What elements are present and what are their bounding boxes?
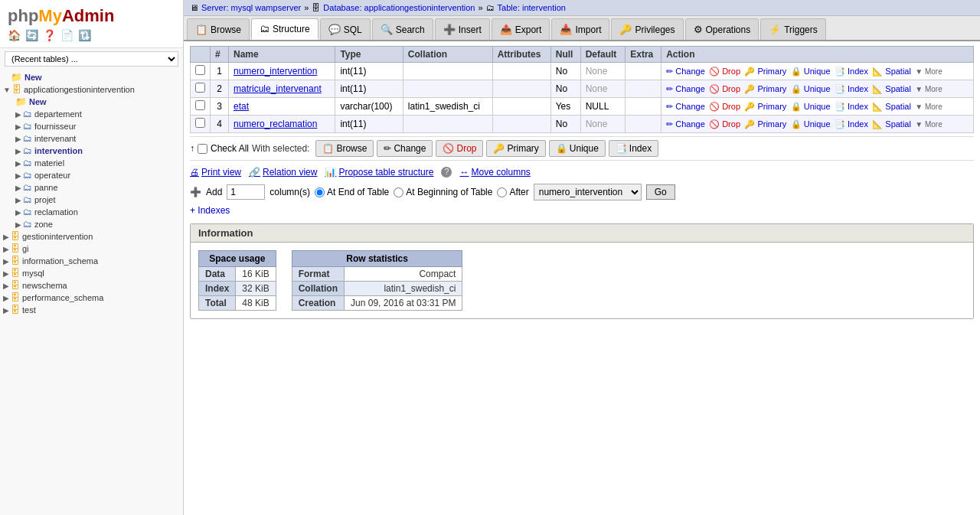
sidebar-db-new[interactable]: 📁 New bbox=[0, 96, 183, 108]
primary-btn-2[interactable]: 🔑 Primary bbox=[744, 102, 786, 112]
spatial-btn-2[interactable]: 📐 Spatial bbox=[872, 102, 911, 112]
sidebar-db-perf[interactable]: ▶ 🗄 performance_schema bbox=[0, 292, 183, 304]
row-checkbox-3[interactable] bbox=[195, 118, 205, 128]
refresh-icon[interactable]: 🔄 bbox=[25, 29, 38, 41]
privileges-icon: 🔑 bbox=[619, 24, 632, 35]
check-all-checkbox[interactable] bbox=[198, 144, 207, 154]
action-primary-btn[interactable]: 🔑 Primary bbox=[486, 140, 545, 157]
tab-sql[interactable]: 💬 SQL bbox=[320, 18, 371, 40]
recent-tables-select[interactable]: (Recent tables) ... bbox=[5, 51, 178, 67]
propose-help-icon[interactable]: ? bbox=[441, 167, 452, 178]
sidebar-tbl-departement[interactable]: ▶ 🗂 departement bbox=[15, 108, 183, 120]
help-icon[interactable]: ❓ bbox=[43, 29, 56, 41]
row-extra-2 bbox=[626, 98, 662, 116]
tab-structure[interactable]: 🗂 Structure bbox=[251, 18, 318, 40]
spatial-btn-0[interactable]: 📐 Spatial bbox=[872, 67, 911, 77]
sidebar-db-mysql[interactable]: ▶ 🗄 mysql bbox=[0, 267, 183, 279]
action-unique-btn[interactable]: 🔒 Unique bbox=[549, 140, 606, 157]
after-col-select[interactable]: numero_intervention matricule_intervenan… bbox=[534, 184, 642, 200]
sidebar-db-app[interactable]: ▼ 🗄 applicationgestionintervention bbox=[0, 83, 183, 96]
change-btn-2[interactable]: ✏ Change bbox=[666, 102, 705, 112]
col-name-link-2[interactable]: etat bbox=[234, 101, 249, 112]
radio-at-beginning[interactable] bbox=[394, 187, 403, 197]
sidebar-db-newschema[interactable]: ▶ 🗄 newschema bbox=[0, 279, 183, 292]
row-checkbox-0[interactable] bbox=[195, 65, 205, 75]
more-arrow-1[interactable]: ▼ More bbox=[915, 85, 942, 93]
sidebar-tbl-reclamation[interactable]: ▶ 🗂 reclamation bbox=[15, 206, 183, 218]
sidebar-tbl-operateur[interactable]: ▶ 🗂 operateur bbox=[15, 169, 183, 181]
spatial-btn-3[interactable]: 📐 Spatial bbox=[872, 119, 911, 129]
sidebar-db-gestion[interactable]: ▶ 🗄 gestionintervention bbox=[0, 230, 183, 243]
change-btn-3[interactable]: ✏ Change bbox=[666, 119, 705, 129]
sidebar-tbl-projet[interactable]: ▶ 🗂 projet bbox=[15, 194, 183, 206]
action-index-btn[interactable]: 📑 Index bbox=[609, 140, 658, 157]
drop-btn-3[interactable]: 🚫 Drop bbox=[709, 119, 740, 129]
primary-btn-3[interactable]: 🔑 Primary bbox=[744, 119, 786, 129]
index-btn-0[interactable]: 📑 Index bbox=[835, 67, 868, 77]
config-icon[interactable]: 📄 bbox=[60, 29, 74, 41]
unique-btn-3[interactable]: 🔒 Unique bbox=[791, 119, 831, 129]
drop-btn-1[interactable]: 🚫 Drop bbox=[709, 84, 740, 94]
primary-btn-1[interactable]: 🔑 Primary bbox=[744, 84, 786, 94]
row-checkbox-1[interactable] bbox=[195, 83, 205, 93]
tab-operations[interactable]: ⚙ Operations bbox=[685, 18, 760, 40]
drop-btn-2[interactable]: 🚫 Drop bbox=[709, 102, 740, 112]
col-name-link-3[interactable]: numero_reclamation bbox=[234, 119, 317, 129]
unique-btn-1[interactable]: 🔒 Unique bbox=[791, 84, 831, 94]
row-checkbox-2[interactable] bbox=[195, 100, 205, 110]
sidebar-db-gi[interactable]: ▶ 🗄 gi bbox=[0, 243, 183, 255]
sidebar-db-test[interactable]: ▶ 🗄 test bbox=[0, 304, 183, 316]
change-btn-0[interactable]: ✏ Change bbox=[666, 67, 705, 77]
sidebar-tbl-intervention[interactable]: ▶ 🗂 intervention bbox=[15, 145, 183, 157]
sidebar-tbl-panne[interactable]: ▶ 🗂 panne bbox=[15, 181, 183, 194]
radio-after[interactable] bbox=[497, 187, 507, 197]
stat-format-value: Compact bbox=[345, 267, 462, 282]
action-change-btn[interactable]: ✏ Change bbox=[377, 140, 433, 157]
sidebar-new-top[interactable]: 📁 New bbox=[0, 71, 183, 83]
breadcrumb-table[interactable]: Table: intervention bbox=[498, 3, 566, 12]
action-drop-btn[interactable]: 🚫 Drop bbox=[436, 140, 483, 157]
sidebar-tbl-intervenant[interactable]: ▶ 🗂 intervenant bbox=[15, 132, 183, 145]
col-name-link-1[interactable]: matricule_intervenant bbox=[234, 83, 322, 94]
index-btn-2[interactable]: 📑 Index bbox=[835, 102, 868, 112]
move-columns-link[interactable]: ↔ Move columns bbox=[459, 167, 530, 178]
breadcrumb-server[interactable]: Server: mysql wampserver bbox=[201, 3, 301, 12]
sidebar-tbl-materiel[interactable]: ▶ 🗂 materiel bbox=[15, 157, 183, 169]
tab-search[interactable]: 🔍 Search bbox=[372, 18, 433, 40]
tab-triggers[interactable]: ⚡ Triggers bbox=[760, 18, 826, 40]
breadcrumb-database[interactable]: Database: applicationgestionintervention bbox=[323, 3, 475, 12]
radio-at-end[interactable] bbox=[315, 187, 325, 197]
propose-table-link[interactable]: 📊 Propose table structure bbox=[325, 167, 433, 178]
logout-icon[interactable]: 🔃 bbox=[78, 29, 91, 41]
more-arrow-2[interactable]: ▼ More bbox=[915, 103, 942, 111]
col-name-link-0[interactable]: numero_intervention bbox=[234, 66, 317, 77]
indexes-link[interactable]: + Indexes bbox=[190, 204, 974, 217]
drop-btn-0[interactable]: 🚫 Drop bbox=[709, 67, 740, 77]
tab-import[interactable]: 📥 Import bbox=[551, 18, 609, 40]
tbl-icon-fournisseur: 🗂 bbox=[23, 121, 32, 132]
sidebar-db-info[interactable]: ▶ 🗄 information_schema bbox=[0, 255, 183, 267]
primary-btn-0[interactable]: 🔑 Primary bbox=[744, 67, 786, 77]
more-arrow-3[interactable]: ▼ More bbox=[915, 120, 942, 129]
spatial-btn-1[interactable]: 📐 Spatial bbox=[872, 84, 911, 94]
change-btn-1[interactable]: ✏ Change bbox=[666, 84, 705, 94]
sidebar-tbl-fournisseur[interactable]: ▶ 🗂 fournisseur bbox=[15, 120, 183, 132]
relation-view-link[interactable]: 🔗 Relation view bbox=[249, 167, 317, 178]
sidebar-tbl-zone[interactable]: ▶ 🗂 zone bbox=[15, 218, 183, 230]
home-icon[interactable]: 🏠 bbox=[8, 29, 21, 41]
print-view-link[interactable]: 🖨 Print view bbox=[190, 167, 241, 178]
index-btn-1[interactable]: 📑 Index bbox=[835, 84, 868, 94]
unique-btn-2[interactable]: 🔒 Unique bbox=[791, 102, 831, 112]
row-extra-1 bbox=[626, 80, 662, 98]
tab-insert[interactable]: ➕ Insert bbox=[435, 18, 490, 40]
index-btn-3[interactable]: 📑 Index bbox=[835, 119, 868, 129]
up-arrow-icon: ↑ bbox=[190, 143, 194, 154]
tab-export[interactable]: 📤 Export bbox=[492, 18, 550, 40]
unique-btn-0[interactable]: 🔒 Unique bbox=[791, 67, 831, 77]
tab-privileges[interactable]: 🔑 Privileges bbox=[611, 18, 683, 40]
tab-browse[interactable]: 📋 Browse bbox=[187, 18, 250, 40]
go-button[interactable]: Go bbox=[646, 184, 675, 200]
add-col-number-input[interactable] bbox=[227, 184, 265, 200]
action-browse-btn[interactable]: 📋 Browse bbox=[315, 140, 374, 157]
more-arrow-0[interactable]: ▼ More bbox=[915, 67, 942, 76]
